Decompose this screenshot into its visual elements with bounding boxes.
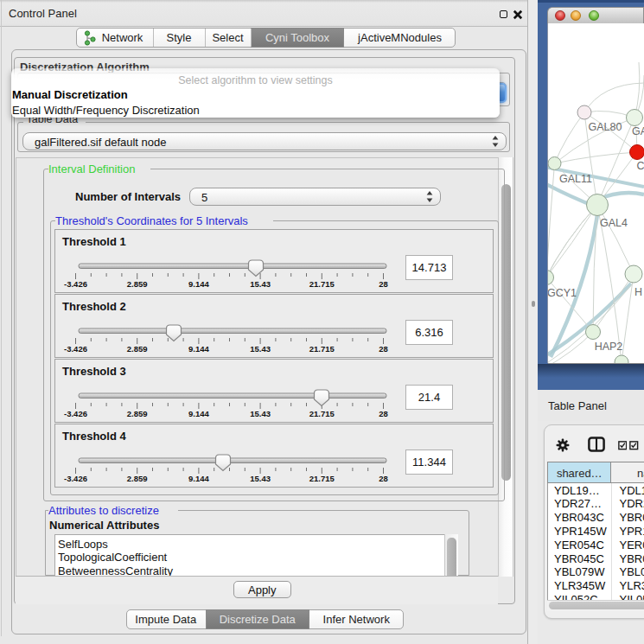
svg-text:C: C bbox=[637, 160, 644, 172]
svg-text:9.144: 9.144 bbox=[188, 344, 209, 354]
svg-text:28: 28 bbox=[379, 344, 388, 354]
svg-text:GAL80: GAL80 bbox=[589, 121, 622, 133]
svg-text:21.715: 21.715 bbox=[309, 409, 335, 418]
svg-text:2.859: 2.859 bbox=[127, 409, 148, 418]
svg-text:15.43: 15.43 bbox=[250, 344, 271, 354]
svg-text:21.715: 21.715 bbox=[309, 279, 335, 289]
svg-text:2.859: 2.859 bbox=[127, 344, 148, 354]
svg-text:28: 28 bbox=[379, 279, 388, 289]
svg-text:-3.426: -3.426 bbox=[64, 409, 87, 418]
svg-text:28: 28 bbox=[379, 409, 388, 418]
svg-text:HAP2: HAP2 bbox=[595, 341, 623, 353]
svg-text:9.144: 9.144 bbox=[188, 474, 209, 483]
svg-text:15.43: 15.43 bbox=[250, 279, 271, 289]
svg-text:GAL4: GAL4 bbox=[600, 217, 628, 229]
svg-text:-3.426: -3.426 bbox=[64, 344, 87, 354]
svg-text:GAL11: GAL11 bbox=[559, 173, 592, 185]
svg-text:15.43: 15.43 bbox=[250, 474, 271, 483]
svg-text:9.144: 9.144 bbox=[188, 409, 209, 418]
svg-text:-3.426: -3.426 bbox=[64, 279, 87, 289]
svg-text:28: 28 bbox=[379, 474, 388, 483]
svg-text:15.43: 15.43 bbox=[250, 409, 271, 418]
svg-text:-3.426: -3.426 bbox=[64, 474, 87, 483]
svg-text:2.859: 2.859 bbox=[127, 474, 148, 483]
svg-text:GA: GA bbox=[632, 125, 644, 137]
svg-text:2.859: 2.859 bbox=[127, 279, 148, 289]
svg-text:GCY1: GCY1 bbox=[548, 287, 577, 299]
svg-text:21.715: 21.715 bbox=[309, 344, 335, 354]
svg-text:H: H bbox=[634, 286, 642, 298]
svg-text:9.144: 9.144 bbox=[188, 279, 209, 289]
svg-text:21.715: 21.715 bbox=[309, 474, 335, 483]
